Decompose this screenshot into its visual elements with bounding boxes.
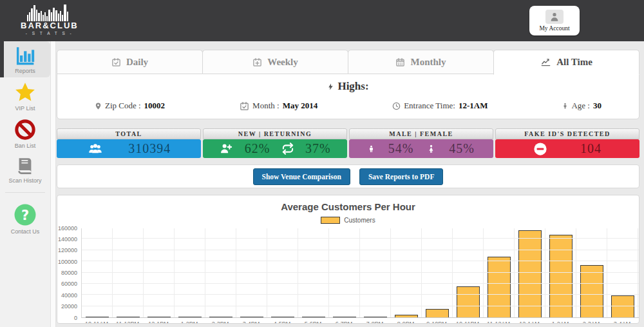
chart-bar [147,317,171,317]
calendar-plus-icon [252,57,262,67]
sidebar-item-contact-us[interactable]: ?Contact Us [0,199,50,238]
stat-value: 54% [388,141,414,156]
user-icon [545,10,564,24]
chart-bar [302,317,325,317]
chart-legend: Customers [57,217,639,224]
tabs-bar: DailyWeeklyMonthlyAll Time [57,50,639,74]
x-tick-label: 7-8PM [359,321,390,324]
venue-comparison-button[interactable]: Show Venue Comparison [253,168,350,185]
chart-bar [518,230,542,317]
stat-header: NEW | RETURNING [203,128,347,139]
sidebar-item-reports[interactable]: Reports [0,41,50,77]
x-tick-label: 10-11PM [452,321,483,324]
highs-item-label: Entrance Time: [404,101,455,111]
logo-bars-icon [21,5,79,21]
male-icon [368,143,375,155]
chart-cell [144,228,175,317]
sidebar-scrollbar[interactable] [50,41,56,327]
chart-bar [580,265,603,317]
y-axis-labels: 0200004000060000800001000001200001400001… [57,228,79,318]
chart-plot: 0200004000060000800001000001200001400001… [57,228,639,324]
user-plus-icon [219,143,233,155]
clock-icon [392,102,401,110]
question-circle-icon: ? [14,203,37,226]
x-tick-label: 2-3AM [576,321,607,324]
tab-weekly[interactable]: Weekly [202,50,348,74]
x-tick-label: 5-6PM [298,321,328,324]
y-tick-label: 60000 [61,281,77,287]
stat-column: MALE | FEMALE54%45% [349,128,493,158]
sidebar-item-ban-list[interactable]: Ban List [0,115,50,152]
chart-cell [607,228,638,317]
sidebar-item-label: Ban List [0,143,50,149]
chart-bar [271,317,294,317]
bar-chart-icon [14,45,36,66]
gridline [82,283,639,284]
stat-value: 310394 [128,141,171,156]
highs-item-value: 12-1AM [459,101,488,111]
highs-item-label: Age : [571,101,590,111]
tab-label: Daily [126,57,148,68]
highs-item: Zip Code :10002 [95,101,165,111]
chart-bar [426,309,449,317]
y-tick-label: 120000 [58,247,77,253]
tab-daily[interactable]: Daily [57,50,203,74]
stat-value-bar: 54%45% [349,139,493,158]
y-tick-label: 0 [74,315,77,321]
x-tick-label: 10-11AM [81,321,112,324]
legend-label: Customers [344,217,375,224]
chart-panel: Average Customers Per Hour Customers 020… [57,195,639,324]
highs-items: Zip Code :10002Month :May 2014Entrance T… [57,101,639,111]
user-icon [549,12,560,22]
calendar-month-icon [395,57,405,67]
chart-cell [360,228,391,317]
chart-cell [267,228,298,317]
y-tick-label: 100000 [58,259,77,265]
stat-header: MALE | FEMALE [349,128,493,139]
tab-all-time[interactable]: All Time [493,50,639,75]
chart-cell [236,228,267,317]
legend-swatch [321,217,340,224]
x-tick-label: 12-1AM [514,321,545,324]
chart-bar [117,317,140,317]
calendar-check-icon [240,101,249,111]
sidebar-item-vip-list[interactable]: VIP List [0,77,50,115]
calendar-check-icon [111,57,121,67]
chart-cell [576,228,607,317]
stat-column: TOTAL310394 [57,128,201,158]
book-icon [15,156,35,175]
bars-container [82,228,639,317]
my-account-button[interactable]: My Account [529,6,580,35]
highs-title-text: Highs: [337,80,368,93]
chart-title: Average Customers Per Hour [57,201,639,212]
chart-cell [638,228,639,317]
chart-cell [545,228,576,317]
tab-label: All Time [556,57,592,68]
chart-bar [457,286,480,317]
gridline [82,272,639,273]
highs-item: Entrance Time:12-1AM [392,101,488,111]
x-tick-label [638,321,639,324]
highs-item: Age :30 [562,101,601,111]
minus-circle-icon [533,142,547,156]
sidebar-item-label: Reports [0,68,50,74]
main-content: DailyWeeklyMonthlyAll Time Highs: Zip Co… [57,50,639,324]
chart-cell [205,228,236,317]
tab-monthly[interactable]: Monthly [348,50,494,74]
chart-cell [453,228,484,317]
gridline [82,306,639,306]
gridline [82,250,639,250]
x-tick-label: 2-3PM [205,321,236,324]
highs-item-value: 30 [593,101,601,111]
chart-cell [298,228,329,317]
highs-item-label: Zip Code : [105,101,141,111]
sidebar-item-scan-history[interactable]: Scan History [0,152,50,187]
map-pin-icon [95,102,102,110]
x-tick-label: 12-1PM [143,321,174,324]
x-tick-label: 3-4PM [236,321,267,324]
bolt-icon [327,82,334,92]
trend-icon [540,57,551,67]
chart-bar [611,295,634,317]
stat-value: 104 [580,141,601,156]
save-pdf-button[interactable]: Save Reports to PDF [359,168,444,185]
